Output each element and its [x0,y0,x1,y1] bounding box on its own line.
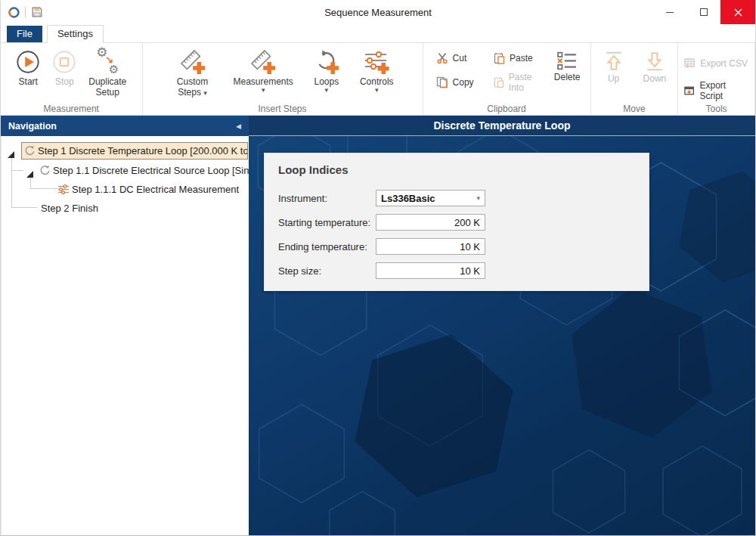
export-script-icon [683,85,695,97]
tab-settings[interactable]: Settings [47,25,104,43]
controls-icon [363,47,390,77]
copy-button[interactable]: Copy [432,73,490,92]
export-script-button[interactable]: Export Script [680,81,753,101]
loops-button[interactable]: Loops▾ [309,45,344,94]
stop-button[interactable]: Stop [48,45,81,89]
export-csv-icon [683,57,696,70]
window-controls [652,0,755,24]
controls-button[interactable]: Controls▾ [356,45,398,94]
field-row-step-size: Step size: 10 K [278,262,635,279]
navigation-header: Navigation ◀ [1,116,249,136]
maximize-icon [700,8,708,16]
ending-temperature-input[interactable]: 10 K [376,238,485,255]
tree-item-step-1-1[interactable]: Step 1.1 Discrete Electrical Source Loop… [39,162,249,179]
loops-icon [313,47,340,77]
tree-item-step-1-1-1[interactable]: Step 1.1.1 DC Electrical Measurement [57,181,249,198]
step-size-input[interactable]: 10 K [376,262,485,279]
field-row-instrument: Instrument: Ls336Basic ▾ [278,190,635,206]
step-size-label: Step size: [278,265,376,277]
panel-headers: Navigation ◀ Discrete Temperature Loop [1,116,755,136]
save-icon[interactable] [30,5,44,19]
cut-icon [436,52,448,64]
instrument-label: Instrument: [278,193,376,204]
move-down-button[interactable]: Down [640,47,671,86]
ribbon-group-move: Up Down Move [591,43,679,115]
maximize-button[interactable] [686,0,720,24]
paste-button[interactable]: Paste [489,48,550,68]
dropdown-arrow-icon: ▾ [234,88,293,92]
tree-connector [11,207,37,208]
duplicate-setup-button[interactable]: ⚙ ↘ ⚙ Duplicate Setup [84,45,131,100]
tree-expander[interactable] [26,167,33,174]
close-button[interactable] [720,0,755,24]
main-row: Step 1 Discrete Temperature Loop [200.00… [1,136,755,536]
separator [25,7,26,17]
field-row-ending-temperature: Ending temperature: 10 K [278,238,635,255]
start-icon [15,47,41,77]
field-row-starting-temperature: Starting temperature: 200 K [278,214,635,231]
dropdown-arrow-icon: ▾ [476,194,480,202]
start-button[interactable]: Start [11,45,45,89]
tree-connector [30,188,57,189]
group-label-measurement: Measurement [1,104,142,114]
paste-into-icon [493,76,504,88]
minimize-icon [666,12,674,13]
paste-icon [493,52,505,64]
loop-icon [39,165,51,176]
tree-expander[interactable] [8,147,14,154]
dropdown-arrow-icon: ▾ [203,89,207,97]
custom-steps-icon [179,47,206,77]
ribbon: Start Stop ⚙ ↘ [1,43,755,116]
ribbon-group-measurement: Start Stop ⚙ ↘ [1,43,143,115]
group-label-clipboard: Clipboard [423,104,590,114]
tree-item-step-1[interactable]: Step 1 Discrete Temperature Loop [200.00… [21,142,248,160]
duplicate-setup-icon: ⚙ ↘ ⚙ [94,47,120,77]
tree-connector [11,156,12,208]
ribbon-group-insert-steps: Custom Steps ▾ Measurements▾ [143,43,423,115]
measurement-sliders-icon [57,184,70,195]
dropdown-arrow-icon: ▾ [314,88,339,92]
app-window: Sequence Measurement File Settings [0,0,756,536]
panel-title: Loop Indices [278,163,349,176]
window-title: Sequence Measurement [1,7,755,18]
copy-icon [436,76,448,88]
tab-file[interactable]: File [7,26,42,42]
move-up-button[interactable]: Up [599,47,629,86]
ribbon-group-clipboard: Cut Copy [423,43,591,115]
close-icon [734,8,742,17]
instrument-dropdown[interactable]: Ls336Basic ▾ [376,190,485,206]
starting-temperature-input[interactable]: 200 K [376,214,485,231]
loop-icon [24,145,36,156]
ending-temperature-label: Ending temperature: [278,241,376,253]
measurements-icon [249,47,277,77]
delete-button[interactable]: Delete [550,48,584,85]
navigation-panel: Step 1 Discrete Temperature Loop [200.00… [1,136,249,536]
quick-access-toolbar [1,5,44,19]
ribbon-tab-row: File Settings [1,24,755,43]
custom-steps-button[interactable]: Custom Steps ▾ [168,45,218,100]
collapse-panel-icon[interactable]: ◀ [236,122,241,130]
ribbon-group-tools: Export CSV Export Script Tools [678,43,755,115]
navigation-title: Navigation [8,121,57,132]
stop-icon [51,47,77,77]
tree-connector [11,170,23,171]
down-icon [643,48,666,74]
minimize-button[interactable] [652,0,686,24]
up-icon [603,48,625,74]
app-logo-icon[interactable] [7,5,20,19]
export-csv-button[interactable]: Export CSV [680,54,753,73]
starting-temperature-label: Starting temperature: [278,217,376,228]
group-label-tools: Tools [678,104,754,114]
dropdown-arrow-icon: ▾ [360,88,394,92]
paste-into-button[interactable]: Paste Into [489,73,550,92]
title-bar: Sequence Measurement [1,0,755,24]
loop-indices-panel: Loop Indices Instrument: Ls336Basic ▾ St… [264,153,649,291]
tree-item-step-2[interactable]: Step 2 Finish [41,200,249,217]
content-header-title: Discrete Temperature Loop [249,116,755,136]
measurements-button[interactable]: Measurements▾ [230,45,297,94]
delete-icon [557,50,577,73]
content-area: Loop Indices Instrument: Ls336Basic ▾ St… [249,136,755,536]
group-label-insert-steps: Insert Steps [143,104,423,114]
group-label-move: Move [591,104,678,114]
cut-button[interactable]: Cut [432,48,490,68]
